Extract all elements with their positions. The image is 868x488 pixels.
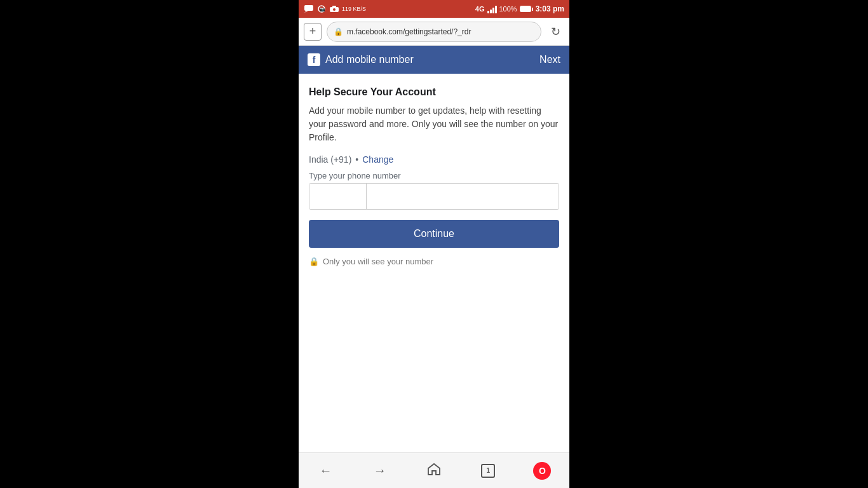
fb-nav-left: f Add mobile number <box>308 53 414 66</box>
svg-text:📷: 📷 <box>320 6 325 12</box>
phone-input-label: Type your phone number <box>309 171 559 180</box>
speed-text: 119 KB/S <box>342 4 366 14</box>
svg-marker-1 <box>304 11 308 13</box>
secure-lock-icon: 🔒 <box>334 27 343 36</box>
next-button[interactable]: Next <box>539 54 560 65</box>
tab-count-icon: 1 <box>481 464 495 478</box>
phone-icon: 📷 <box>316 4 327 14</box>
phone-input-container <box>309 183 559 210</box>
svg-rect-6 <box>332 6 336 8</box>
status-bar-left: 📷 119 KB/S <box>304 4 366 14</box>
time-display: 3:03 pm <box>536 4 564 13</box>
battery-icon <box>520 6 533 12</box>
status-bar-right: 4G 100% 3:03 pm <box>475 4 564 13</box>
country-row: India (+91) • Change <box>309 154 559 165</box>
content-area: Help Secure Your Account Add your mobile… <box>299 74 569 452</box>
new-tab-button[interactable]: + <box>304 23 322 41</box>
signal-icon <box>487 4 497 13</box>
facebook-logo: f <box>308 53 320 66</box>
status-bar: 📷 119 KB/S 4G 100% 3:03 pm <box>299 0 569 18</box>
section-description: Add your mobile number to get updates, h… <box>309 104 559 144</box>
tab-switcher-button[interactable]: 1 <box>472 457 504 485</box>
browser-bar: + 🔒 m.facebook.com/gettingstarted/?_rdr … <box>299 18 569 46</box>
bottom-nav: ← → 1 O <box>299 452 569 488</box>
country-dot: • <box>355 154 358 165</box>
country-label: India (+91) <box>309 154 351 165</box>
phone-prefix-box[interactable] <box>309 184 367 209</box>
forward-button[interactable]: → <box>364 457 396 485</box>
phone-frame: 📷 119 KB/S 4G 100% 3:03 pm <box>299 0 569 488</box>
battery-percent: 100% <box>499 5 517 13</box>
network-type: 4G <box>475 5 485 13</box>
camera-icon <box>329 4 339 14</box>
url-text: m.facebook.com/gettingstarted/?_rdr <box>347 27 534 36</box>
continue-button[interactable]: Continue <box>309 220 559 248</box>
page-title: Add mobile number <box>325 54 414 65</box>
opera-menu-button[interactable]: O <box>526 457 558 485</box>
home-icon <box>427 463 441 478</box>
phone-number-input[interactable] <box>367 184 559 209</box>
back-icon: ← <box>320 463 332 478</box>
home-button[interactable] <box>418 457 450 485</box>
privacy-note-text: Only you will see your number <box>323 257 433 266</box>
privacy-note: 🔒 Only you will see your number <box>309 257 559 266</box>
back-button[interactable]: ← <box>310 457 342 485</box>
opera-icon: O <box>533 462 551 480</box>
change-country-link[interactable]: Change <box>362 154 393 165</box>
reload-button[interactable]: ↻ <box>546 23 564 41</box>
section-heading: Help Secure Your Account <box>309 86 559 98</box>
forward-icon: → <box>374 463 386 478</box>
message-icon <box>304 4 314 14</box>
svg-rect-0 <box>304 5 313 11</box>
privacy-lock-icon: 🔒 <box>309 257 319 266</box>
facebook-nav-bar: f Add mobile number Next <box>299 46 569 74</box>
svg-point-5 <box>333 8 336 11</box>
address-bar[interactable]: 🔒 m.facebook.com/gettingstarted/?_rdr <box>327 22 541 42</box>
